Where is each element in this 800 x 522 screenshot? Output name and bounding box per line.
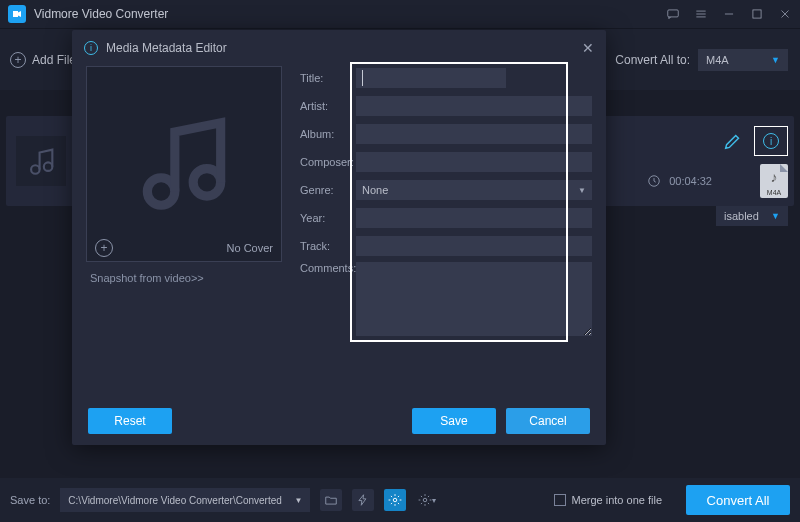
snapshot-from-video-link[interactable]: Snapshot from video>>: [86, 272, 282, 284]
label-year: Year:: [300, 212, 356, 224]
year-input[interactable]: [356, 208, 592, 228]
chevron-down-icon: ▼: [578, 186, 586, 195]
edit-icon[interactable]: [722, 130, 744, 152]
modal-title: Media Metadata Editor: [106, 41, 227, 55]
file-right-panel: i 00:04:32 ♪ M4A isabled ▼: [647, 112, 788, 226]
label-artist: Artist:: [300, 100, 356, 112]
titlebar: Vidmore Video Converter: [0, 0, 800, 28]
svg-rect-0: [668, 10, 679, 17]
reset-button[interactable]: Reset: [88, 408, 172, 434]
format-label: M4A: [767, 189, 781, 196]
convert-all-to-label: Convert All to:: [615, 53, 690, 67]
duration-text: 00:04:32: [669, 175, 712, 187]
chevron-down-icon: ▼: [771, 55, 780, 65]
text-cursor: [362, 70, 363, 86]
modal-header: i Media Metadata Editor ✕: [72, 30, 606, 66]
svg-point-2: [31, 165, 39, 174]
clock-icon: [647, 174, 661, 188]
maximize-icon[interactable]: [750, 7, 764, 21]
track-input[interactable]: [356, 236, 592, 256]
plus-icon: +: [10, 52, 26, 68]
convert-all-to: Convert All to: M4A ▼: [615, 49, 788, 71]
metadata-editor-modal: i Media Metadata Editor ✕ + No Cover Sna…: [72, 30, 606, 445]
convert-all-button[interactable]: Convert All: [686, 485, 790, 515]
titlebar-controls: [666, 7, 792, 21]
save-button[interactable]: Save: [412, 408, 496, 434]
modal-body: + No Cover Snapshot from video>> Title: …: [72, 66, 606, 397]
genre-select[interactable]: None ▼: [356, 180, 592, 200]
output-format-value: M4A: [706, 54, 729, 66]
save-to-label: Save to:: [10, 494, 50, 506]
svg-point-8: [424, 498, 428, 502]
album-input[interactable]: [356, 124, 592, 144]
cancel-button[interactable]: Cancel: [506, 408, 590, 434]
composer-input[interactable]: [356, 152, 592, 172]
music-note-icon: ♪: [771, 169, 778, 185]
cover-column: + No Cover Snapshot from video>>: [86, 66, 282, 397]
label-title: Title:: [300, 72, 356, 84]
settings-button[interactable]: [384, 489, 406, 511]
modal-footer: Reset Save Cancel: [72, 397, 606, 445]
output-format-select[interactable]: M4A ▼: [698, 49, 788, 71]
save-path-text: C:\Vidmore\Vidmore Video Converter\Conve…: [68, 495, 281, 506]
music-note-icon: [129, 109, 239, 219]
file-actions: i: [722, 126, 788, 156]
genre-value: None: [362, 184, 388, 196]
more-settings-button[interactable]: ▾: [416, 489, 438, 511]
artist-input[interactable]: [356, 96, 592, 116]
label-comments: Comments:: [300, 262, 356, 274]
comments-input[interactable]: [356, 262, 592, 336]
no-cover-label: No Cover: [227, 242, 273, 254]
metadata-form: Title: Artist: Album: Composer: Genre:: [300, 66, 592, 397]
bottombar: Save to: C:\Vidmore\Vidmore Video Conver…: [0, 478, 800, 522]
app-logo: [8, 5, 26, 23]
subtitle-row: isabled ▼: [716, 206, 788, 226]
open-folder-button[interactable]: [320, 489, 342, 511]
info-icon[interactable]: i: [763, 133, 779, 149]
svg-point-7: [394, 498, 398, 502]
merge-checkbox-row[interactable]: Merge into one file: [554, 494, 663, 506]
chevron-down-icon: ▼: [294, 496, 302, 505]
file-thumb: [16, 136, 66, 186]
chevron-down-icon: ▼: [771, 211, 780, 221]
label-composer: Composer:: [300, 156, 356, 168]
label-album: Album:: [300, 128, 356, 140]
info-icon: i: [84, 41, 98, 55]
menu-icon[interactable]: [694, 7, 708, 21]
duration-row: 00:04:32 ♪ M4A: [647, 164, 788, 198]
label-genre: Genre:: [300, 184, 356, 196]
label-track: Track:: [300, 240, 356, 252]
subtitle-value: isabled: [724, 210, 759, 222]
title-input[interactable]: [356, 68, 506, 88]
modal-close-icon[interactable]: ✕: [582, 40, 594, 56]
add-cover-button[interactable]: +: [95, 239, 113, 257]
svg-point-3: [44, 162, 53, 171]
close-icon[interactable]: [778, 7, 792, 21]
minimize-icon[interactable]: [722, 7, 736, 21]
subtitle-select[interactable]: isabled ▼: [716, 206, 788, 226]
cover-art-box[interactable]: + No Cover: [86, 66, 282, 262]
svg-rect-1: [753, 10, 761, 18]
app-title: Vidmore Video Converter: [34, 7, 666, 21]
hardware-accel-button[interactable]: [352, 489, 374, 511]
merge-checkbox[interactable]: [554, 494, 566, 506]
format-icon[interactable]: ♪ M4A: [760, 164, 788, 198]
metadata-info-highlight: i: [754, 126, 788, 156]
save-path-select[interactable]: C:\Vidmore\Vidmore Video Converter\Conve…: [60, 488, 310, 512]
feedback-icon[interactable]: [666, 7, 680, 21]
merge-label: Merge into one file: [572, 494, 663, 506]
